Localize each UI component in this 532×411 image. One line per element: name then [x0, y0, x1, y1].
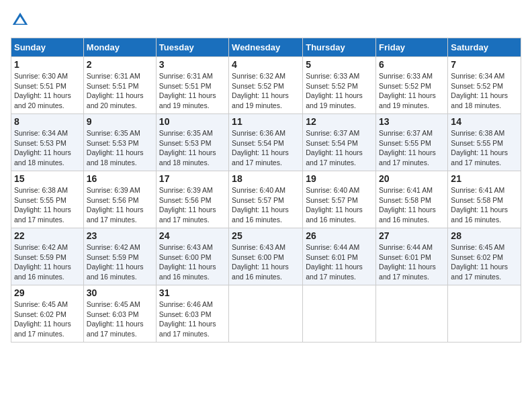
- calendar-cell: 19Sunrise: 6:40 AM Sunset: 5:57 PM Dayli…: [303, 171, 376, 228]
- calendar-cell: 16Sunrise: 6:39 AM Sunset: 5:56 PM Dayli…: [83, 171, 156, 228]
- day-info: Sunrise: 6:32 AM Sunset: 5:52 PM Dayligh…: [232, 72, 289, 109]
- day-number: 18: [232, 173, 300, 184]
- day-header-monday: Monday: [83, 38, 156, 57]
- day-number: 29: [14, 287, 81, 298]
- day-info: Sunrise: 6:43 AM Sunset: 6:00 PM Dayligh…: [159, 243, 216, 281]
- calendar-body: 1Sunrise: 6:30 AM Sunset: 5:51 PM Daylig…: [11, 57, 521, 342]
- day-number: 13: [379, 116, 445, 127]
- calendar-cell: [303, 285, 376, 342]
- day-info: Sunrise: 6:35 AM Sunset: 5:53 PM Dayligh…: [159, 129, 216, 167]
- calendar-header: SundayMondayTuesdayWednesdayThursdayFrid…: [11, 38, 521, 57]
- day-info: Sunrise: 6:44 AM Sunset: 6:01 PM Dayligh…: [379, 243, 436, 281]
- logo: [11, 11, 32, 30]
- page-header: [11, 11, 521, 30]
- day-number: 30: [87, 287, 153, 298]
- day-info: Sunrise: 6:45 AM Sunset: 6:03 PM Dayligh…: [87, 300, 144, 338]
- day-number: 19: [306, 173, 373, 184]
- calendar-cell: 30Sunrise: 6:45 AM Sunset: 6:03 PM Dayli…: [83, 285, 156, 342]
- calendar-cell: 21Sunrise: 6:41 AM Sunset: 5:58 PM Dayli…: [448, 171, 521, 228]
- calendar-week-1: 1Sunrise: 6:30 AM Sunset: 5:51 PM Daylig…: [11, 57, 521, 114]
- day-header-wednesday: Wednesday: [229, 38, 303, 57]
- day-info: Sunrise: 6:37 AM Sunset: 5:54 PM Dayligh…: [306, 129, 363, 167]
- calendar-week-2: 8Sunrise: 6:34 AM Sunset: 5:53 PM Daylig…: [11, 114, 521, 171]
- day-info: Sunrise: 6:39 AM Sunset: 5:56 PM Dayligh…: [87, 186, 144, 224]
- day-number: 20: [379, 173, 445, 184]
- day-number: 15: [14, 173, 81, 184]
- calendar-cell: 27Sunrise: 6:44 AM Sunset: 6:01 PM Dayli…: [376, 228, 448, 285]
- calendar-cell: 26Sunrise: 6:44 AM Sunset: 6:01 PM Dayli…: [303, 228, 376, 285]
- calendar-cell: 4Sunrise: 6:32 AM Sunset: 5:52 PM Daylig…: [229, 57, 303, 114]
- day-info: Sunrise: 6:42 AM Sunset: 5:59 PM Dayligh…: [87, 243, 144, 281]
- calendar-cell: 2Sunrise: 6:31 AM Sunset: 5:51 PM Daylig…: [83, 57, 156, 114]
- day-info: Sunrise: 6:34 AM Sunset: 5:53 PM Dayligh…: [14, 129, 71, 167]
- day-number: 9: [87, 116, 153, 127]
- calendar-cell: [229, 285, 303, 342]
- day-info: Sunrise: 6:36 AM Sunset: 5:54 PM Dayligh…: [232, 129, 289, 167]
- calendar-cell: 31Sunrise: 6:46 AM Sunset: 6:03 PM Dayli…: [156, 285, 228, 342]
- calendar-cell: 15Sunrise: 6:38 AM Sunset: 5:55 PM Dayli…: [11, 171, 84, 228]
- calendar-cell: 3Sunrise: 6:31 AM Sunset: 5:51 PM Daylig…: [156, 57, 228, 114]
- day-number: 6: [379, 59, 445, 70]
- day-info: Sunrise: 6:42 AM Sunset: 5:59 PM Dayligh…: [14, 243, 71, 281]
- calendar-cell: 18Sunrise: 6:40 AM Sunset: 5:57 PM Dayli…: [229, 171, 303, 228]
- calendar-cell: 8Sunrise: 6:34 AM Sunset: 5:53 PM Daylig…: [11, 114, 84, 171]
- day-number: 31: [159, 287, 226, 298]
- day-number: 3: [159, 59, 226, 70]
- day-number: 1: [14, 59, 81, 70]
- calendar: SundayMondayTuesdayWednesdayThursdayFrid…: [11, 38, 521, 342]
- day-number: 5: [306, 59, 373, 70]
- day-header-friday: Friday: [376, 38, 448, 57]
- calendar-cell: 17Sunrise: 6:39 AM Sunset: 5:56 PM Dayli…: [156, 171, 228, 228]
- day-info: Sunrise: 6:45 AM Sunset: 6:02 PM Dayligh…: [451, 243, 508, 281]
- calendar-cell: 11Sunrise: 6:36 AM Sunset: 5:54 PM Dayli…: [229, 114, 303, 171]
- calendar-cell: 9Sunrise: 6:35 AM Sunset: 5:53 PM Daylig…: [83, 114, 156, 171]
- calendar-cell: 29Sunrise: 6:45 AM Sunset: 6:02 PM Dayli…: [11, 285, 84, 342]
- day-number: 16: [87, 173, 153, 184]
- calendar-cell: 7Sunrise: 6:34 AM Sunset: 5:52 PM Daylig…: [448, 57, 521, 114]
- calendar-cell: 25Sunrise: 6:43 AM Sunset: 6:00 PM Dayli…: [229, 228, 303, 285]
- day-info: Sunrise: 6:33 AM Sunset: 5:52 PM Dayligh…: [379, 72, 436, 109]
- day-number: 25: [232, 230, 300, 241]
- day-info: Sunrise: 6:40 AM Sunset: 5:57 PM Dayligh…: [232, 186, 289, 224]
- day-info: Sunrise: 6:39 AM Sunset: 5:56 PM Dayligh…: [159, 186, 216, 224]
- day-number: 12: [306, 116, 373, 127]
- day-info: Sunrise: 6:31 AM Sunset: 5:51 PM Dayligh…: [87, 72, 144, 109]
- day-number: 26: [306, 230, 373, 241]
- day-info: Sunrise: 6:41 AM Sunset: 5:58 PM Dayligh…: [451, 186, 508, 224]
- day-number: 23: [87, 230, 153, 241]
- day-info: Sunrise: 6:38 AM Sunset: 5:55 PM Dayligh…: [451, 129, 508, 167]
- day-info: Sunrise: 6:38 AM Sunset: 5:55 PM Dayligh…: [14, 186, 71, 224]
- day-number: 8: [14, 116, 81, 127]
- day-info: Sunrise: 6:33 AM Sunset: 5:52 PM Dayligh…: [306, 72, 363, 109]
- day-number: 22: [14, 230, 81, 241]
- day-number: 11: [232, 116, 300, 127]
- calendar-cell: 22Sunrise: 6:42 AM Sunset: 5:59 PM Dayli…: [11, 228, 84, 285]
- day-header-sunday: Sunday: [11, 38, 84, 57]
- day-info: Sunrise: 6:34 AM Sunset: 5:52 PM Dayligh…: [451, 72, 508, 109]
- day-number: 10: [159, 116, 226, 127]
- calendar-week-3: 15Sunrise: 6:38 AM Sunset: 5:55 PM Dayli…: [11, 171, 521, 228]
- calendar-cell: 13Sunrise: 6:37 AM Sunset: 5:55 PM Dayli…: [376, 114, 448, 171]
- day-info: Sunrise: 6:45 AM Sunset: 6:02 PM Dayligh…: [14, 300, 71, 338]
- day-info: Sunrise: 6:30 AM Sunset: 5:51 PM Dayligh…: [14, 72, 71, 109]
- calendar-cell: 10Sunrise: 6:35 AM Sunset: 5:53 PM Dayli…: [156, 114, 228, 171]
- day-info: Sunrise: 6:41 AM Sunset: 5:58 PM Dayligh…: [379, 186, 436, 224]
- day-number: 14: [451, 116, 518, 127]
- day-number: 27: [379, 230, 445, 241]
- calendar-cell: 5Sunrise: 6:33 AM Sunset: 5:52 PM Daylig…: [303, 57, 376, 114]
- day-header-saturday: Saturday: [448, 38, 521, 57]
- logo-icon: [11, 11, 30, 30]
- calendar-cell: 12Sunrise: 6:37 AM Sunset: 5:54 PM Dayli…: [303, 114, 376, 171]
- calendar-cell: 20Sunrise: 6:41 AM Sunset: 5:58 PM Dayli…: [376, 171, 448, 228]
- calendar-cell: [376, 285, 448, 342]
- calendar-week-5: 29Sunrise: 6:45 AM Sunset: 6:02 PM Dayli…: [11, 285, 521, 342]
- day-number: 7: [451, 59, 518, 70]
- calendar-cell: 1Sunrise: 6:30 AM Sunset: 5:51 PM Daylig…: [11, 57, 84, 114]
- calendar-cell: 24Sunrise: 6:43 AM Sunset: 6:00 PM Dayli…: [156, 228, 228, 285]
- calendar-cell: 28Sunrise: 6:45 AM Sunset: 6:02 PM Dayli…: [448, 228, 521, 285]
- day-number: 21: [451, 173, 518, 184]
- day-number: 2: [87, 59, 153, 70]
- day-info: Sunrise: 6:44 AM Sunset: 6:01 PM Dayligh…: [306, 243, 363, 281]
- day-number: 4: [232, 59, 300, 70]
- day-info: Sunrise: 6:40 AM Sunset: 5:57 PM Dayligh…: [306, 186, 363, 224]
